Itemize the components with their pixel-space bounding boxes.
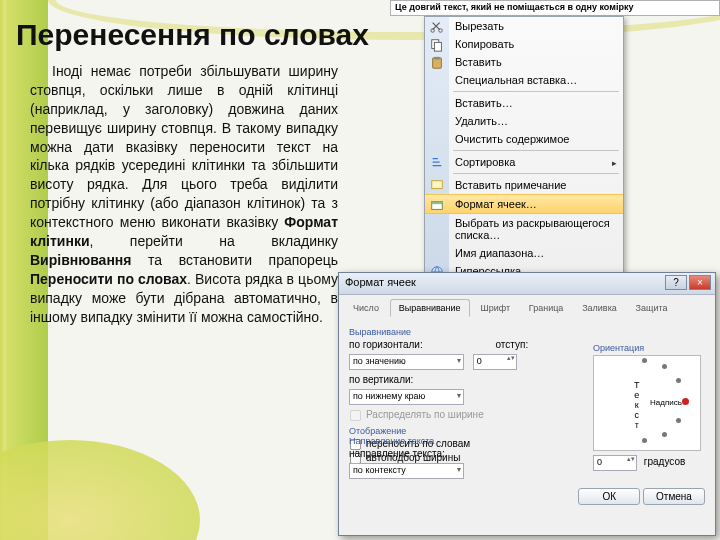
vert-label: по вертикали: bbox=[349, 374, 413, 385]
vertical-align-combo[interactable]: по нижнему краю bbox=[349, 389, 464, 405]
indent-label: отступ: bbox=[495, 339, 528, 350]
context-menu: Вырезать Копировать Вставить Специальная… bbox=[424, 16, 624, 281]
ctx-pick-label: Выбрать из раскрывающегося списка… bbox=[455, 217, 610, 241]
ctx-paste-special-label: Специальная вставка… bbox=[455, 74, 577, 86]
cut-icon bbox=[429, 20, 445, 34]
orientation-selector[interactable]: Текст Надпись bbox=[593, 355, 701, 451]
ctx-cut-label: Вырезать bbox=[455, 20, 504, 32]
tab-border[interactable]: Граница bbox=[521, 300, 572, 316]
ctx-name-label: Имя диапазона… bbox=[455, 247, 544, 259]
svg-rect-5 bbox=[434, 57, 439, 60]
slide-body: Іноді немає потреби збільшувати ширину с… bbox=[30, 62, 338, 326]
ctx-delete[interactable]: Удалить… bbox=[425, 112, 623, 130]
ctx-cut[interactable]: Вырезать bbox=[425, 17, 623, 35]
ctx-insert[interactable]: Вставить… bbox=[425, 94, 623, 112]
tab-number[interactable]: Число bbox=[345, 300, 387, 316]
ctx-sort[interactable]: Сортировка ▸ bbox=[425, 153, 623, 171]
justify-label: Распределять по ширине bbox=[366, 409, 484, 420]
orientation-preview-text: Текст bbox=[634, 380, 640, 430]
indent-value: 0 bbox=[477, 356, 482, 366]
tab-font[interactable]: Шрифт bbox=[472, 300, 518, 316]
ctx-paste[interactable]: Вставить bbox=[425, 53, 623, 71]
group-orientation: Ориентация bbox=[593, 343, 705, 353]
dialog-footer: ОК Отмена bbox=[578, 488, 705, 505]
group-alignment: Выравнивание bbox=[349, 327, 705, 337]
ctx-sep-2 bbox=[453, 150, 619, 151]
deg-label: градусов bbox=[644, 456, 685, 467]
ok-button[interactable]: ОК bbox=[578, 488, 640, 505]
vert-combo-value: по нижнему краю bbox=[353, 391, 425, 401]
slide-title: Перенесення по словах bbox=[16, 18, 369, 52]
comment-icon bbox=[429, 179, 445, 193]
orientation-word: Надпись bbox=[650, 398, 682, 407]
ctx-comment-label: Вставить примечание bbox=[455, 179, 566, 191]
ctx-insert-label: Вставить… bbox=[455, 97, 513, 109]
svg-point-1 bbox=[439, 29, 443, 33]
ctx-name-range[interactable]: Имя диапазона… bbox=[425, 244, 623, 262]
svg-rect-6 bbox=[432, 181, 443, 189]
tab-protection[interactable]: Защита bbox=[628, 300, 676, 316]
orientation-group: Ориентация Текст Надпись 0 градусов bbox=[593, 339, 705, 475]
horizontal-align-combo[interactable]: по значению bbox=[349, 354, 464, 370]
ctx-paste-special[interactable]: Специальная вставка… bbox=[425, 71, 623, 89]
chevron-right-icon: ▸ bbox=[612, 158, 617, 168]
ctx-clear[interactable]: Очистить содержимое bbox=[425, 130, 623, 148]
tab-alignment[interactable]: Выравнивание bbox=[390, 299, 470, 317]
ctx-sep-1 bbox=[453, 91, 619, 92]
body-p2: , перейти на вкладинку bbox=[90, 233, 339, 249]
slide-decor-blob bbox=[0, 440, 200, 540]
tab-fill[interactable]: Заливка bbox=[574, 300, 625, 316]
rtl-label: направление текста: bbox=[349, 448, 445, 459]
svg-rect-3 bbox=[434, 42, 441, 51]
ctx-comment[interactable]: Вставить примечание bbox=[425, 176, 623, 194]
orientation-handle-icon[interactable] bbox=[682, 398, 689, 405]
dialog-help-button[interactable]: ? bbox=[665, 275, 687, 290]
body-b3: Переносити по словах bbox=[30, 271, 187, 287]
dialog-tabs: Число Выравнивание Шрифт Граница Заливка… bbox=[339, 295, 715, 317]
horiz-combo-value: по значению bbox=[353, 356, 406, 366]
ctx-delete-label: Удалить… bbox=[455, 115, 508, 127]
ctx-copy[interactable]: Копировать bbox=[425, 35, 623, 53]
orientation-degrees-spinner[interactable]: 0 bbox=[593, 455, 637, 471]
rtl-combo-value: по контексту bbox=[353, 465, 406, 475]
body-b2: Вирівнювання bbox=[30, 252, 131, 268]
horiz-label: по горизонтали: bbox=[349, 339, 423, 350]
ctx-pick-list[interactable]: Выбрать из раскрывающегося списка… bbox=[425, 214, 623, 244]
body-p1: Іноді немає потреби збільшувати ширину с… bbox=[30, 63, 338, 230]
text-direction-combo[interactable]: по контексту bbox=[349, 463, 464, 479]
dialog-title: Формат ячеек bbox=[345, 276, 416, 288]
justify-distributed-checkbox bbox=[350, 410, 361, 421]
ctx-paste-label: Вставить bbox=[455, 56, 502, 68]
dialog-titlebar[interactable]: Формат ячеек ? × bbox=[339, 273, 715, 295]
ctx-copy-label: Копировать bbox=[455, 38, 514, 50]
svg-rect-8 bbox=[432, 202, 443, 205]
copy-icon bbox=[429, 38, 445, 52]
dialog-body: Выравнивание по горизонтали: отступ: по … bbox=[339, 317, 715, 513]
cancel-button[interactable]: Отмена bbox=[643, 488, 705, 505]
indent-spinner[interactable]: 0 bbox=[473, 354, 517, 370]
sort-icon bbox=[429, 156, 445, 170]
format-cells-icon bbox=[429, 198, 445, 212]
formula-bar-text: Це довгий текст, який не поміщається в о… bbox=[390, 0, 720, 16]
ctx-sep-3 bbox=[453, 173, 619, 174]
ctx-format-cells[interactable]: Формат ячеек… bbox=[425, 194, 623, 214]
format-cells-dialog: Формат ячеек ? × Число Выравнивание Шриф… bbox=[338, 272, 716, 536]
body-p3: та встановити прапорець bbox=[131, 252, 338, 268]
ctx-format-label: Формат ячеек… bbox=[455, 198, 537, 210]
deg-value: 0 bbox=[597, 457, 602, 467]
ctx-clear-label: Очистить содержимое bbox=[455, 133, 569, 145]
group-rtl: Направление текста bbox=[349, 436, 464, 446]
dialog-close-button[interactable]: × bbox=[689, 275, 711, 290]
ctx-sort-label: Сортировка bbox=[455, 156, 515, 168]
paste-icon bbox=[429, 56, 445, 70]
